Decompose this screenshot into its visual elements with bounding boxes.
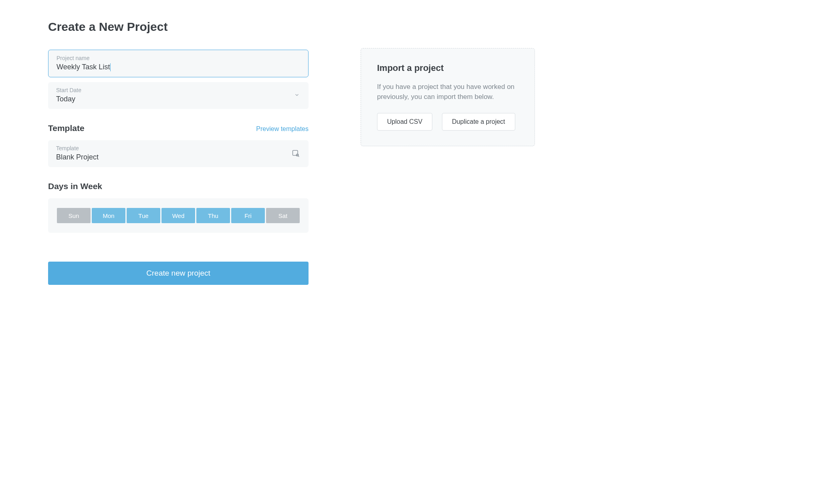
- browse-template-icon[interactable]: [292, 149, 300, 159]
- template-value: Blank Project: [56, 153, 301, 161]
- import-title: Import a project: [377, 63, 518, 73]
- start-date-label: Start Date: [56, 87, 301, 93]
- template-field-label: Template: [56, 145, 301, 151]
- day-toggle-thu[interactable]: Thu: [196, 208, 230, 223]
- import-panel: Import a project If you have a project t…: [361, 48, 535, 146]
- template-section-title: Template: [48, 123, 85, 133]
- import-actions: Upload CSV Duplicate a project: [377, 113, 518, 131]
- upload-csv-button[interactable]: Upload CSV: [377, 113, 432, 131]
- day-toggle-sat[interactable]: Sat: [266, 208, 300, 223]
- preview-templates-link[interactable]: Preview templates: [256, 125, 309, 133]
- day-toggle-tue[interactable]: Tue: [127, 208, 160, 223]
- page-title: Create a New Project: [48, 20, 309, 34]
- project-name-input[interactable]: Weekly Task List: [56, 63, 111, 71]
- days-section-header: Days in Week: [48, 181, 309, 191]
- days-selector: Sun Mon Tue Wed Thu Fri Sat: [48, 198, 309, 233]
- create-project-button[interactable]: Create new project: [48, 262, 309, 285]
- day-toggle-fri[interactable]: Fri: [231, 208, 265, 223]
- svg-rect-0: [293, 150, 298, 155]
- project-name-field[interactable]: Project name Weekly Task List: [48, 50, 309, 77]
- template-field[interactable]: Template Blank Project: [48, 140, 309, 167]
- create-project-form: Create a New Project Project name Weekly…: [48, 20, 309, 285]
- start-date-value: Today: [56, 95, 301, 103]
- template-section-header: Template Preview templates: [48, 123, 309, 133]
- days-section-title: Days in Week: [48, 181, 102, 191]
- svg-line-2: [298, 156, 299, 157]
- day-toggle-mon[interactable]: Mon: [92, 208, 125, 223]
- import-description: If you have a project that you have work…: [377, 82, 518, 102]
- day-toggle-sun[interactable]: Sun: [57, 208, 91, 223]
- duplicate-project-button[interactable]: Duplicate a project: [442, 113, 515, 131]
- start-date-field[interactable]: Start Date Today: [48, 82, 309, 109]
- day-toggle-wed[interactable]: Wed: [161, 208, 195, 223]
- project-name-label: Project name: [56, 55, 300, 61]
- chevron-down-icon: [294, 92, 300, 99]
- text-cursor: [110, 63, 111, 71]
